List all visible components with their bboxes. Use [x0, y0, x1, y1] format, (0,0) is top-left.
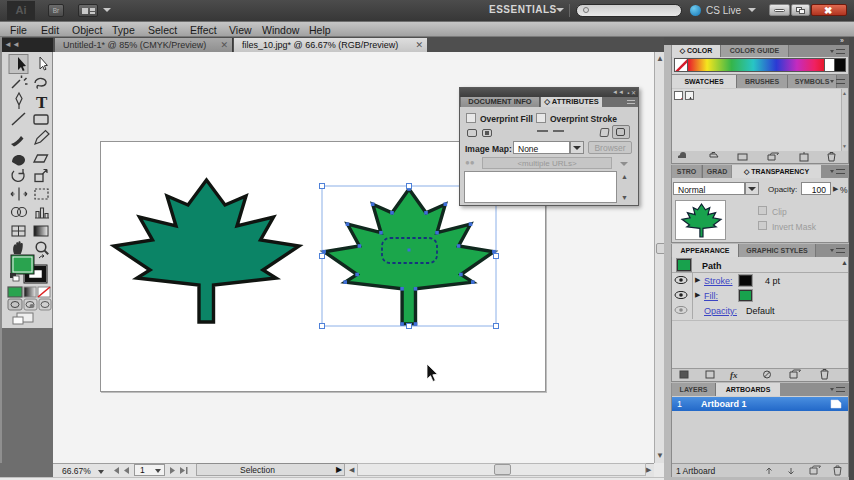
- svg-text:T: T: [36, 93, 48, 112]
- svg-text:fx: fx: [730, 370, 738, 380]
